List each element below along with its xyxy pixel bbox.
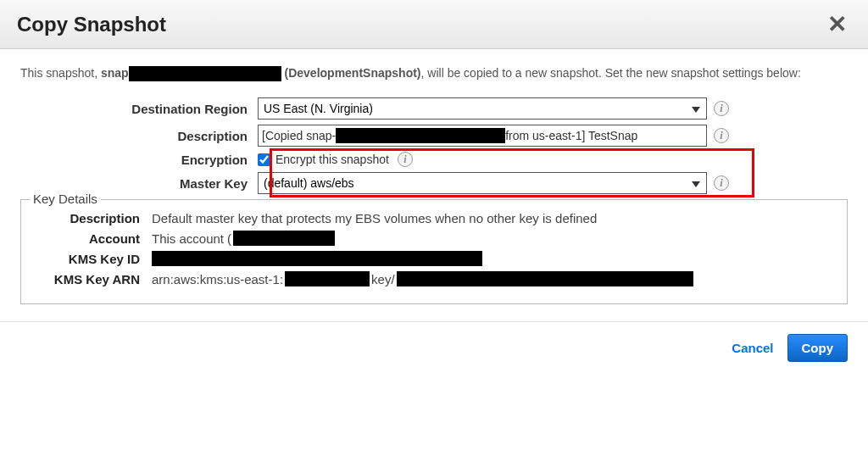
- row-encryption: Encryption Encrypt this snapshot i: [20, 152, 848, 167]
- label-destination-region: Destination Region: [20, 102, 258, 116]
- kd-value-account: This account (: [152, 231, 335, 246]
- kd-label-kms-key-arn: KMS Key ARN: [33, 272, 152, 286]
- checkbox-encrypt-label: Encrypt this snapshot: [275, 153, 389, 166]
- label-master-key: Master Key: [20, 176, 258, 191]
- cancel-button[interactable]: Cancel: [732, 341, 773, 355]
- close-icon[interactable]: ✕: [823, 10, 851, 38]
- dialog-header: Copy Snapshot ✕: [0, 0, 868, 49]
- intro-text: This snapshot, snap (DevelopmentSnapshot…: [20, 64, 848, 82]
- key-details-legend: Key Details: [30, 192, 101, 206]
- intro-name-paren: (DevelopmentSnapshot): [285, 66, 421, 80]
- redacted-desc-id: [336, 128, 505, 143]
- kd-row-kms-key-arn: KMS Key ARN arn:aws:kms:us-east-1: key/: [33, 271, 835, 286]
- select-master-key[interactable]: (default) aws/ebs: [258, 172, 707, 194]
- checkbox-encrypt[interactable]: [258, 153, 270, 166]
- kd-value-kms-key-arn: arn:aws:kms:us-east-1: key/: [152, 271, 693, 286]
- dialog-footer: Cancel Copy: [0, 321, 868, 374]
- input-description[interactable]: [Copied snap- from us-east-1] TestSnap: [258, 125, 707, 147]
- label-encryption: Encryption: [20, 153, 258, 167]
- kd-row-kms-key-id: KMS Key ID: [33, 251, 835, 266]
- key-details-fieldset: Key Details Description Default master k…: [20, 199, 848, 304]
- kd-label-kms-key-id: KMS Key ID: [33, 252, 152, 266]
- dialog-body: This snapshot, snap (DevelopmentSnapshot…: [0, 49, 868, 313]
- kd-row-account: Account This account (: [33, 231, 835, 246]
- row-destination-region: Destination Region US East (N. Virginia)…: [20, 97, 848, 120]
- kd-label-account: Account: [33, 231, 152, 246]
- redacted-arn-key: [397, 271, 693, 286]
- desc-mid: from us-east-1] TestSnap: [505, 129, 637, 142]
- intro-suffix: , will be copied to a new snapshot. Set …: [421, 66, 801, 80]
- select-destination-region[interactable]: US East (N. Virginia): [258, 97, 707, 120]
- label-description: Description: [20, 129, 258, 143]
- kd-arn-mid: key/: [371, 272, 395, 286]
- info-icon[interactable]: i: [714, 101, 729, 116]
- intro-prefix: This snapshot,: [20, 66, 101, 80]
- encryption-section: Encryption Encrypt this snapshot i Maste…: [20, 152, 848, 194]
- kd-account-text: This account: [152, 231, 224, 246]
- desc-prefix: [Copied snap-: [262, 129, 336, 142]
- copy-button[interactable]: Copy: [787, 334, 849, 362]
- info-icon[interactable]: i: [714, 175, 729, 191]
- redacted-kms-key-id: [152, 251, 482, 266]
- info-icon[interactable]: i: [714, 128, 729, 143]
- redacted-arn-acct: [285, 271, 370, 286]
- kd-label-description: Description: [33, 211, 152, 225]
- kd-value-description: Default master key that protects my EBS …: [152, 211, 597, 225]
- kd-row-description: Description Default master key that prot…: [33, 211, 835, 225]
- info-icon[interactable]: i: [398, 152, 413, 167]
- row-master-key: Master Key (default) aws/ebs i: [20, 172, 848, 194]
- intro-snap-prefix: snap: [101, 66, 129, 80]
- redacted-snapshot-id: [129, 66, 281, 81]
- dialog-title: Copy Snapshot: [17, 13, 166, 36]
- row-description: Description [Copied snap- from us-east-1…: [20, 125, 848, 147]
- redacted-account: [233, 231, 335, 246]
- kd-value-kms-key-id: [152, 251, 482, 266]
- kd-arn-prefix: arn:aws:kms:us-east-1:: [152, 272, 283, 286]
